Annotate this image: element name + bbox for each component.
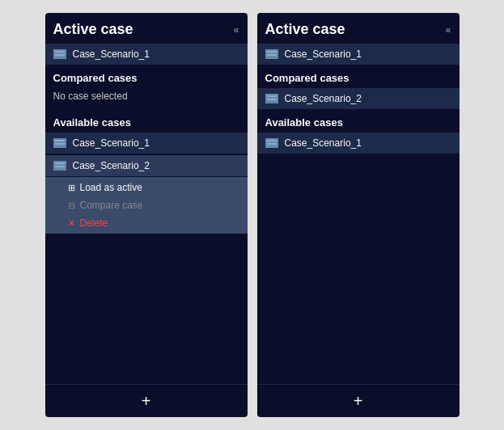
load-active-icon: ⊞ [68,183,75,193]
left-available-case-2[interactable]: Case_Scenario_2 [45,155,248,176]
right-active-case-icon [265,49,278,59]
right-active-case-name: Case_Scenario_1 [285,48,362,60]
right-compared-case-row[interactable]: Case_Scenario_2 [257,88,460,109]
right-available-case-1-icon [265,138,278,148]
right-compared-case-name: Case_Scenario_2 [285,93,362,104]
right-active-case-row[interactable]: Case_Scenario_1 [257,44,460,65]
left-available-cases-title: Available cases [45,110,248,132]
right-available-cases-title: Available cases [257,110,460,132]
compare-case-icon: ⊟ [68,200,75,211]
right-compared-case-icon [265,94,278,103]
left-panel: Active case « Case_Scenario_1 Compared c… [45,13,248,417]
left-available-case-1[interactable]: Case_Scenario_1 [45,133,248,154]
right-chevron-icon[interactable]: « [446,24,451,36]
delete-item[interactable]: ✕ Delete [45,214,248,232]
right-available-case-1[interactable]: Case_Scenario_1 [257,133,460,154]
left-add-button[interactable]: + [142,393,151,409]
right-panel-header: Active case « [257,13,460,43]
left-no-case-label: No case selected [45,87,248,110]
panels-container: Active case « Case_Scenario_1 Compared c… [37,5,468,425]
right-panel: Active case « Case_Scenario_1 Compared c… [257,13,460,417]
right-spacer [257,154,460,384]
left-panel-header: Active case « [45,13,248,43]
right-available-case-1-name: Case_Scenario_1 [285,137,362,149]
left-context-menu: ⊞ Load as active ⊟ Compare case ✕ Delete [45,177,248,234]
left-active-case-name: Case_Scenario_1 [73,48,150,60]
right-add-button[interactable]: + [354,393,363,409]
left-spacer [45,234,248,384]
left-chevron-icon[interactable]: « [234,24,239,36]
delete-label: Delete [80,217,108,229]
right-active-case-title: Active case [265,21,345,38]
left-available-case-1-name: Case_Scenario_1 [73,137,150,149]
left-active-case-row[interactable]: Case_Scenario_1 [45,44,248,65]
left-available-case-2-icon [53,161,66,171]
right-compared-cases-title: Compared cases [257,65,460,87]
left-available-case-2-name: Case_Scenario_2 [73,160,150,171]
left-available-case-1-icon [53,138,66,148]
load-as-active-item[interactable]: ⊞ Load as active [45,179,248,196]
left-active-case-title: Active case [53,21,133,38]
delete-icon: ✕ [68,218,75,229]
load-as-active-label: Load as active [80,182,142,193]
left-active-case-icon [53,49,66,59]
compare-case-item: ⊟ Compare case [45,196,248,214]
right-add-button-row: + [257,384,460,417]
compare-case-label: Compare case [80,200,143,211]
left-add-button-row: + [45,384,248,417]
left-compared-cases-title: Compared cases [45,65,248,87]
